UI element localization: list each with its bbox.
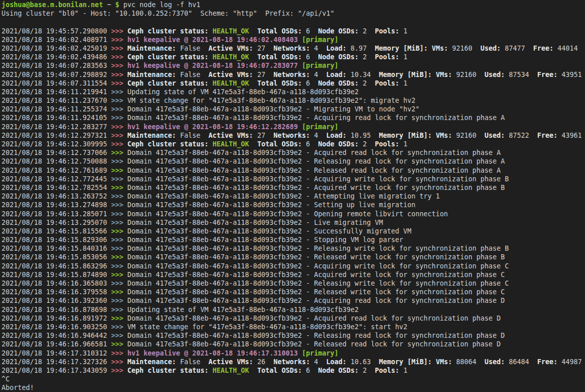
log-segment: Memory [MiB]: VMs: bbox=[367, 45, 452, 52]
log-segment: 10.34 bbox=[351, 71, 371, 79]
log-arrow-icon: >>> bbox=[111, 367, 127, 374]
log-line: 2021/08/18 19:46:16.379558 >>> Domain 41… bbox=[2, 288, 585, 296]
log-segment: 1 bbox=[404, 53, 408, 61]
log-timestamp: 2021/08/18 19:46:16.891972 bbox=[2, 315, 111, 322]
log-segment: Load: bbox=[318, 132, 350, 139]
log-segment: 10.95 bbox=[351, 132, 371, 139]
log-timestamp: 2021/08/18 19:46:02.408971 bbox=[2, 36, 111, 44]
prompt-cwd: ~ bbox=[103, 1, 115, 9]
log-timestamp: 2021/08/18 19:46:15.829306 bbox=[2, 236, 111, 244]
log-arrow-icon: >>> bbox=[111, 271, 127, 279]
log-arrow-icon: >>> bbox=[111, 53, 127, 61]
log-segment: 2 bbox=[363, 27, 367, 35]
log-timestamp: 2021/08/18 19:46:16.365803 bbox=[2, 280, 111, 287]
log-segment: Memory [MiB]: VMs: bbox=[371, 71, 456, 79]
log-segment: Used: bbox=[477, 71, 509, 79]
aborted-line: Aborted! bbox=[2, 383, 585, 392]
log-timestamp: 2021/08/18 19:46:02.439486 bbox=[2, 53, 111, 61]
interrupt-line: ^C bbox=[2, 375, 585, 383]
log-segment: 27 bbox=[257, 45, 265, 52]
log-line: 2021/08/18 19:46:02.439486 >>> Ceph clus… bbox=[2, 53, 585, 61]
log-segment: Domain 417e5a3f-88eb-467a-a118-8d093cfb3… bbox=[127, 167, 501, 174]
log-segment: Node OSDs: bbox=[310, 367, 362, 374]
log-line: 2021/08/18 19:46:12.737066 >>> Domain 41… bbox=[2, 148, 585, 157]
log-segment: HEALTH_OK bbox=[212, 27, 249, 35]
log-segment: False bbox=[180, 132, 200, 139]
log-segment: [primary] bbox=[302, 36, 338, 44]
log-segment: Active VMs: bbox=[200, 45, 257, 52]
log-segment: Networks: bbox=[265, 132, 314, 139]
log-arrow-icon: >>> bbox=[111, 297, 127, 304]
log-segment: Ceph cluster status: bbox=[127, 80, 212, 87]
log-arrow-icon: >>> bbox=[111, 245, 127, 252]
log-timestamp: 2021/08/18 19:46:12.750088 bbox=[2, 158, 111, 165]
log-segment: Domain 417e5a3f-88eb-467a-a118-8d093cfb3… bbox=[127, 227, 411, 235]
log-timestamp: 2021/08/18 19:46:15.853056 bbox=[2, 253, 111, 261]
log-segment: Used: bbox=[477, 358, 509, 366]
log-arrow-icon: >>> bbox=[111, 280, 127, 287]
log-line: 2021/08/18 19:45:57.290800 >>> Ceph clus… bbox=[2, 27, 585, 35]
log-timestamp: 2021/08/18 19:46:07.311554 bbox=[2, 80, 111, 87]
log-segment: Domain 417e5a3f-88eb-467a-a118-8d093cfb3… bbox=[127, 340, 501, 348]
terminal-window[interactable]: joshua@base.m.bonilan.net ~ $ pvc node l… bbox=[0, 0, 585, 392]
log-segment: Domain 417e5a3f-88eb-467a-a118-8d093cfb3… bbox=[127, 245, 509, 252]
log-segment: 43951 bbox=[562, 71, 582, 79]
cluster-info-line: Using cluster "bl0" - Host: "10.100.0.25… bbox=[2, 9, 585, 18]
log-segment: Domain 417e5a3f-88eb-467a-a118-8d093cfb3… bbox=[127, 105, 419, 113]
log-line: 2021/08/18 19:46:16.946442 >>> Domain 41… bbox=[2, 331, 585, 340]
log-segment: Maintenance: bbox=[127, 45, 180, 52]
log-timestamp: 2021/08/18 19:46:07.283563 bbox=[2, 62, 111, 69]
log-segment: 2 bbox=[363, 140, 367, 148]
log-segment: Domain 417e5a3f-88eb-467a-a118-8d093cfb3… bbox=[127, 158, 505, 165]
log-segment: Domain 417e5a3f-88eb-467a-a118-8d093cfb3… bbox=[127, 297, 505, 304]
log-line: 2021/08/18 19:46:15.863296 >>> Domain 41… bbox=[2, 262, 585, 270]
log-timestamp: 2021/08/18 19:46:15.863296 bbox=[2, 262, 111, 270]
log-line: 2021/08/18 19:46:15.840316 >>> Domain 41… bbox=[2, 244, 585, 253]
log-segment: 8.97 bbox=[351, 45, 367, 52]
aborted-text: Aborted! bbox=[2, 384, 34, 391]
log-timestamp: 2021/08/18 19:46:17.343059 bbox=[2, 367, 111, 374]
log-line: 2021/08/18 19:46:13.295070 >>> Domain 41… bbox=[2, 218, 585, 227]
log-line: 2021/08/18 19:46:12.297321 >>> Maintenan… bbox=[2, 131, 585, 140]
log-segment: VM state change for "417e5a3f-88eb-467a-… bbox=[127, 97, 415, 104]
log-segment: Node OSDs: bbox=[310, 53, 362, 61]
log-segment: Maintenance: bbox=[127, 358, 180, 366]
log-segment: Domain 417e5a3f-88eb-467a-a118-8d093cfb3… bbox=[127, 315, 501, 322]
log-segment: Load: bbox=[318, 358, 350, 366]
log-timestamp: 2021/08/18 19:46:15.874890 bbox=[2, 271, 111, 279]
log-segment: Updating state of VM 417e5a3f-88eb-467a-… bbox=[127, 88, 358, 96]
log-segment: HEALTH_OK bbox=[212, 367, 249, 374]
log-arrow-icon: >>> bbox=[111, 62, 127, 69]
log-segment: 2 bbox=[363, 53, 367, 61]
log-segment: Domain 417e5a3f-88eb-467a-a118-8d093cfb3… bbox=[127, 201, 415, 209]
log-arrow-icon: >>> bbox=[111, 184, 127, 191]
log-line: 2021/08/18 19:46:16.392360 >>> Domain 41… bbox=[2, 296, 585, 305]
log-segment: 44987 bbox=[562, 358, 582, 366]
log-timestamp: 2021/08/18 19:46:12.782554 bbox=[2, 184, 111, 191]
log-segment: Networks: bbox=[265, 358, 314, 366]
log-segment: Ceph cluster status: bbox=[127, 53, 212, 61]
log-segment: Pools: bbox=[367, 140, 404, 148]
log-segment: 87477 bbox=[505, 45, 525, 52]
log-arrow-icon: >>> bbox=[111, 288, 127, 296]
log-arrow-icon: >>> bbox=[111, 114, 127, 122]
log-line: 2021/08/18 19:46:16.966581 >>> Domain 41… bbox=[2, 340, 585, 348]
log-timestamp: 2021/08/18 19:46:13.274898 bbox=[2, 201, 111, 209]
log-segment: Load: bbox=[318, 71, 350, 79]
log-line: 2021/08/18 19:46:12.782554 >>> Domain 41… bbox=[2, 183, 585, 192]
log-segment: 92160 bbox=[456, 71, 477, 79]
log-timestamp: 2021/08/18 19:46:16.903250 bbox=[2, 323, 111, 331]
log-segment: hv1 keepalive @ 2021-08-18 19:46:02.4084… bbox=[127, 36, 302, 44]
log-line: 2021/08/18 19:46:12.761689 >>> Domain 41… bbox=[2, 166, 585, 175]
log-segment: Pools: bbox=[367, 367, 404, 374]
log-line: 2021/08/18 19:46:02.408971 >>> hv1 keepa… bbox=[2, 35, 585, 44]
log-segment: 1 bbox=[404, 140, 408, 148]
log-arrow-icon: >>> bbox=[111, 210, 127, 218]
log-segment: False bbox=[180, 71, 200, 79]
log-arrow-icon: >>> bbox=[111, 97, 127, 104]
log-arrow-icon: >>> bbox=[111, 323, 127, 331]
log-arrow-icon: >>> bbox=[111, 358, 127, 366]
log-segment: hv1 keepalive @ 2021-08-18 19:46:07.2830… bbox=[127, 62, 302, 69]
log-line: 2021/08/18 19:46:15.829306 >>> Domain 41… bbox=[2, 236, 585, 244]
log-timestamp: 2021/08/18 19:46:12.297321 bbox=[2, 132, 111, 139]
